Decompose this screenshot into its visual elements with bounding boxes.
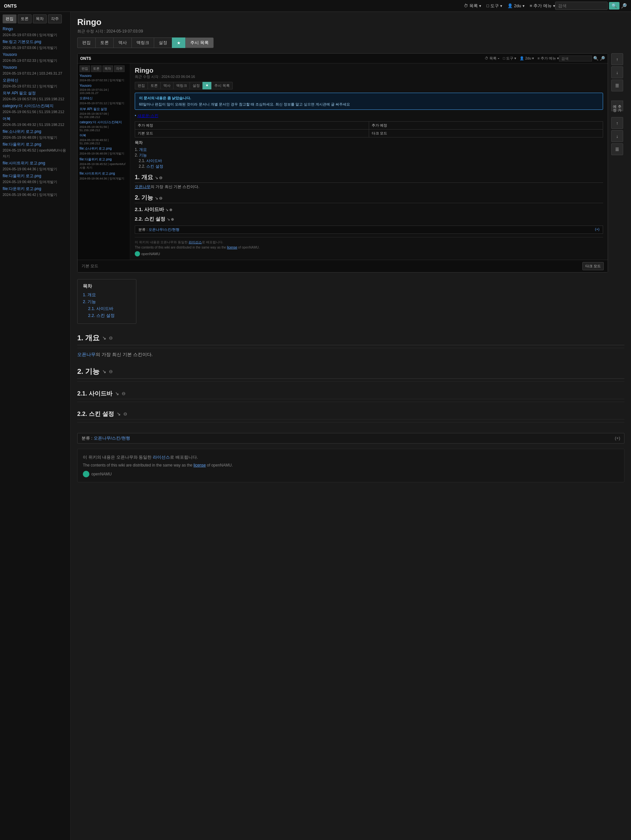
preview-toc-link-2-1[interactable]: 사이드바 [146,158,162,163]
sidebar-meta: 2024-05-19 07:03:09 | 잉여개발기 [3,33,57,37]
nav-toc[interactable]: ⏱ 목록 ▾ [464,3,481,9]
section-collapse-icon-1[interactable]: ⊖ [109,335,113,341]
section-collapse-icon-2-2[interactable]: ⊖ [123,411,127,417]
nav-extra[interactable]: ≡ 추가 메뉴 ▾ [530,3,555,9]
opennamu-link[interactable]: 오픈나무 [77,352,96,357]
toc-link-2[interactable]: 2. 기능 [83,299,96,304]
sidebar-tab-footnote[interactable]: 각주 [48,14,62,23]
spacer2 [611,112,623,116]
preview-notice-title: 이 문서의 내용은 좀 낡았습니다. [139,96,599,101]
preview-nav-toc: ⏱ 목록 ▾ [485,56,500,61]
tab-history[interactable]: 역사 [114,38,131,48]
tab-edit[interactable]: 편집 [77,38,95,48]
preview-sb-entry5: category:더 사이드/스킨/페지 [79,120,128,125]
toc-link-1[interactable]: 1. 개요 [83,292,96,297]
list-button2[interactable]: ☰ [611,143,623,155]
section-edit-icon-2[interactable]: ↘ [102,369,106,374]
search-input[interactable] [555,2,608,10]
preview-license-en: The contents of this wiki are distribute… [135,246,603,249]
scroll-up-button[interactable]: ↑ [611,53,623,65]
list-item: file:링고 기본모드.png 2024-05-19 07:03:06 | 잉… [3,39,68,51]
footer-license-link-en[interactable]: license [194,463,206,467]
dark-mode-button[interactable]: 다크 모드 [582,262,604,270]
search-icon-button[interactable]: 🔎 [621,3,627,9]
section-collapse-icon-2-1[interactable]: ⊖ [121,391,126,396]
list-item: Yousoro 2024-05-19 07:01:24 | 103.249.31… [3,65,68,76]
main-content: Ringo 최근 수정 시각 : 2024-05-19 07:03:09 편집 … [71,12,631,840]
category-plus-button[interactable]: (+) [615,436,620,441]
site-title: ONTS [4,3,17,9]
tab-settings[interactable]: 설정 [154,38,172,48]
preview-notice-body: 60일마나 편집이 많이 오래된 것이라 문서니 개별 문서인 경우 참고할 때… [139,102,599,107]
sidebar-link-site[interactable]: file:사이트위키 로고.png [3,161,45,165]
list-view-button[interactable]: ☰ [611,80,623,92]
nav-tools[interactable]: □ 도구 ▾ [486,3,502,9]
category-link[interactable]: 오픈나무/스킨/현행 [94,436,130,441]
section-edit-icon-2-1[interactable]: ↘ [115,391,119,396]
section-text-overview: 오픈나무의 가장 최신 기본 스킨이다. [77,351,625,359]
nav-user[interactable]: 👤 2du ▾ [508,3,525,8]
search-submit-button[interactable]: 🔍 [609,2,620,9]
footer-logo-circle [83,471,89,477]
preview-page-title: Ringo [135,67,603,74]
preview-nav-user: 👤 2du ▾ [520,56,534,60]
scroll-down-button[interactable]: ↓ [611,66,623,78]
preview-category-link[interactable]: 오픈나무/스킨/현행 [148,227,180,231]
section-collapse-icon-2[interactable]: ⊖ [109,369,113,374]
preview-license-en-link[interactable]: license [227,246,237,249]
preview-category-plus: (+) [595,227,599,232]
sidebar-link-obok[interactable]: 어복 [3,116,11,121]
section-edit-icon-2-2[interactable]: ↘ [117,411,121,417]
sidebar-link-file1[interactable]: file:링고 기본모드.png [3,39,41,44]
page-tabs: 편집 토론 역사 액링크 설정 ★ 주시 목록 [77,38,625,48]
sidebar-link-opentesin[interactable]: 오픈테신 [3,78,18,82]
preview-sb-meta9: 2024-05-19 06:44:36 | 잉여개발기 [79,177,128,181]
preview-st-edit: 편집 [79,65,90,72]
preview-main: Ringo 최근 수정 시각 : 2024-02-03 06:04:16 편집 … [130,63,608,260]
preview-new-skin-anchor[interactable]: 새로운-스킨 [137,114,158,118]
top-nav: ONTS ⏱ 목록 ▾ □ 도구 ▾ 👤 2du ▾ ≡ 추가 메뉴 ▾ 🔍 🔎 [0,0,631,12]
sidebar-link-daol[interactable]: file:다올위키 로고.png [3,142,41,147]
footer-license-link-ko[interactable]: 라이선스 [153,455,170,459]
preview-sb-entry7: file:소나위키 로고.png [79,146,128,151]
preview-new-skin-link: • 새로운-스킨 [135,113,603,119]
tab-discuss[interactable]: 토론 [95,38,114,48]
sidebar-link-api[interactable]: 외부 API 필요 설정 [3,91,36,95]
preview-toc-link-2[interactable]: 기능 [139,153,147,158]
sidebar-meta: 2024-05-19 06:48:09 | 잉여개발기 [3,180,57,184]
tab-star[interactable]: ★ [172,38,185,48]
toc-link-2-1[interactable]: 2.1. 사이드바 [88,306,114,311]
sidebar-link-daul[interactable]: file:다울위키 로고.png [3,174,41,178]
tab-watchlist[interactable]: 주시 목록 [185,38,214,48]
preview-toc-link-1[interactable]: 개요 [139,147,147,152]
sidebar-meta: 2024-05-19 06:57:09 | 51.159.198.212 [3,97,65,101]
preview-toc-link-2-2[interactable]: 스킨 설정 [146,164,163,169]
preview-opennamu-link[interactable]: 오픈나무 [135,185,150,189]
section-num-1: 1. 개요 [77,333,99,343]
preview-search-icon: 🔍 [593,56,598,61]
page-modified: 최근 수정 시각 : 2024-05-19 07:03:09 [77,28,625,34]
sidebar-link-yousoro2[interactable]: Yousoro [3,65,17,70]
toc-icon: ⏱ [464,3,468,8]
down-button2[interactable]: ↓ [611,130,623,142]
tab-backlink[interactable]: 액링크 [131,38,154,48]
preview-toc-item: 2.2. 스킨 설정 [139,164,603,169]
sidebar-meta: 2024-05-19 06:51:56 | 51.159.198.212 [3,110,65,114]
up-button2[interactable]: ↑ [611,117,623,129]
article-section-1: 1. 개요 ↘ ⊖ 오픈나무의 가장 최신 기본 스킨이다. [77,330,625,364]
sidebar-link-sona[interactable]: file:소나위키 로고.png [3,129,41,134]
toc-link-2-2[interactable]: 2.2. 스킨 설정 [88,313,115,318]
sidebar-link-yousoro1[interactable]: Yousoro [3,52,17,57]
preview-page-modified: 최근 수정 시각 : 2024-02-03 06:04:16 [135,74,603,79]
sidebar-tab-discuss[interactable]: 토론 [18,14,32,23]
section-heading-skin-settings: 2.2. 스킨 설정 ↘ ⊖ [77,410,625,420]
preview-search-input[interactable] [559,55,592,62]
sidebar-link-ringo[interactable]: Ringo [3,27,13,31]
sidebar-link-category[interactable]: category:더 사이드/스킨/페지 [3,104,54,108]
list-item: Yousoro 2024-05-19 07:02:33 | 잉여개발기 [3,52,68,63]
sidebar-link-daun[interactable]: file:다운위키 로고.png [3,186,41,191]
sidebar-tab-toc[interactable]: 목차 [33,14,47,23]
preview-license-ko-link[interactable]: 라이선스 [189,240,202,244]
sidebar-tab-edit[interactable]: 편집 [3,14,16,23]
section-edit-icon-1[interactable]: ↘ [102,335,106,341]
